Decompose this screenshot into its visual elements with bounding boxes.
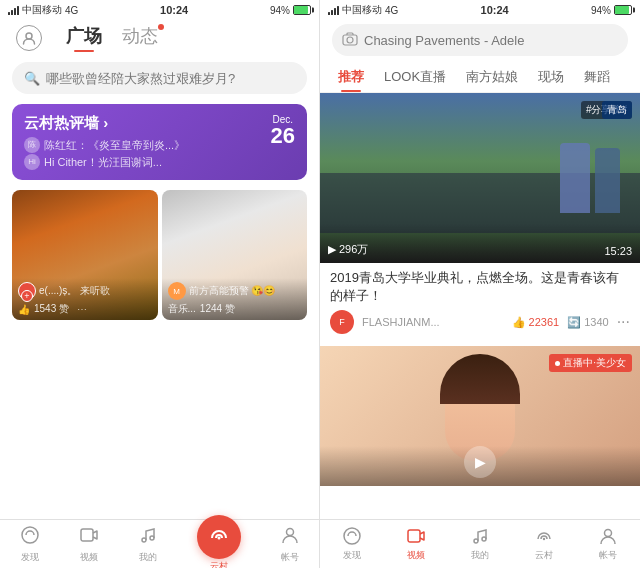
- play-btn[interactable]: ▶: [464, 446, 496, 478]
- cat-tab-look[interactable]: LOOK直播: [374, 62, 456, 92]
- yuncun-icon: [208, 524, 230, 551]
- right-yuncun-icon: [534, 526, 554, 548]
- right-carrier-info: 中国移动 4G: [328, 3, 398, 17]
- right-nav-mine[interactable]: 我的: [470, 526, 490, 562]
- left-search-input[interactable]: [46, 71, 295, 86]
- category-tabs: 推荐 LOOK直播 南方姑娘 现场 舞蹈: [320, 62, 640, 93]
- video-1-title: 2019青岛大学毕业典礼，点燃全场。这是青春该有的样子！: [330, 269, 630, 305]
- left-nav-yuncun[interactable]: 云村: [197, 515, 241, 568]
- right-account-icon: [598, 526, 618, 548]
- left-video-2[interactable]: M 前方高能预警 😘😊 音乐... 1244 赞: [162, 190, 308, 320]
- left-carrier-info: 中国移动 4G: [8, 3, 78, 17]
- feed-video-2[interactable]: 直播中·美少女 ▶: [320, 346, 640, 486]
- like-btn-1[interactable]: 👍 22361: [512, 316, 560, 329]
- comment-avatar-2: Hi: [24, 154, 40, 170]
- svg-point-12: [482, 537, 486, 541]
- right-video-icon: [406, 526, 426, 548]
- play-icon: ▶: [328, 243, 336, 256]
- thumbup-icon: 👍: [512, 316, 526, 329]
- right-search-bar[interactable]: [332, 24, 628, 56]
- yuncun-center-btn[interactable]: [197, 515, 241, 559]
- left-nav-tabs: 广场 动态: [0, 20, 319, 56]
- right-signal-icon: [328, 5, 339, 15]
- profile-icon[interactable]: [16, 25, 42, 51]
- svg-point-8: [347, 37, 353, 43]
- time-display: 10:24: [160, 4, 188, 16]
- battery-icon: [293, 5, 311, 15]
- hot-wall-card[interactable]: 云村热评墙 › Dec. 26 陈 陈红红：《炎至皇帝到炎...》 Hi Hi …: [12, 104, 307, 180]
- battery-percent: 94%: [270, 5, 290, 16]
- svg-point-14: [605, 530, 612, 537]
- comment-row-1: 陈 陈红红：《炎至皇帝到炎...》: [24, 137, 295, 154]
- right-nav-account[interactable]: 帐号: [598, 526, 618, 562]
- share-count-1: 1340: [584, 316, 608, 328]
- right-carrier-name: 中国移动: [342, 3, 382, 17]
- svg-rect-10: [408, 530, 420, 542]
- right-time-display: 10:24: [481, 4, 509, 16]
- signal-icon: [8, 5, 19, 15]
- share-icon: 🔄: [567, 316, 581, 329]
- like-count-1: 22361: [529, 316, 560, 328]
- feed-video-1-thumb: #分享榜# 青岛 ▶ 296万 15:23: [320, 93, 640, 263]
- feed-video-1-info: 2019青岛大学毕业典礼，点燃全场。这是青春该有的样子！ F FLASHJIAN…: [320, 263, 640, 338]
- city-badge: 青岛: [602, 101, 632, 119]
- video-icon: [79, 525, 99, 550]
- account-icon: [280, 525, 300, 550]
- carrier-name: 中国移动: [22, 3, 62, 17]
- cat-tab-xianchang[interactable]: 现场: [528, 62, 574, 92]
- cat-tab-tuijian[interactable]: 推荐: [328, 62, 374, 92]
- right-discover-icon: [342, 526, 362, 548]
- left-search-bar[interactable]: 🔍: [12, 62, 307, 94]
- right-panel: 中国移动 4G 10:24 94% 推荐 LOOK直播: [320, 0, 640, 568]
- left-nav-account[interactable]: 帐号: [280, 525, 300, 564]
- plus-badge: +: [21, 290, 33, 302]
- hot-wall-header: 云村热评墙 › Dec. 26: [24, 114, 295, 133]
- right-music-icon: [470, 526, 490, 548]
- comment-row-2: Hi Hi Cither！光汪国谢词...: [24, 154, 295, 171]
- left-nav-discover[interactable]: 发现: [20, 525, 40, 564]
- right-bottom-nav: 发现 视频 我的: [320, 519, 640, 568]
- left-panel: 中国移动 4G 10:24 94% 广场 动态 🔍: [0, 0, 320, 568]
- share-btn-1[interactable]: 🔄 1340: [567, 316, 608, 329]
- more-btn-1[interactable]: ···: [617, 313, 630, 331]
- right-search-input[interactable]: [364, 33, 618, 48]
- svg-point-13: [543, 538, 545, 540]
- feed-video-2-thumb: 直播中·美少女 ▶: [320, 346, 640, 486]
- video-2-channel: 音乐...: [168, 302, 196, 316]
- right-status-bar: 中国移动 4G 10:24 94%: [320, 0, 640, 20]
- cat-tab-wudao[interactable]: 舞蹈: [574, 62, 620, 92]
- video-1-meta: F FLASHJIANM... 👍 22361 🔄 1340 ···: [330, 310, 630, 334]
- search-icon: 🔍: [24, 71, 40, 86]
- video-1-user-info: e + e(....)ș。 来听歌 👍 1543 赞 ⋯: [12, 278, 158, 320]
- video-1-stats: ▶ 296万: [328, 242, 368, 257]
- tab-guangchang[interactable]: 广场: [66, 24, 102, 52]
- live-badge: 直播中·美少女: [549, 354, 632, 372]
- comment-avatar-1: 陈: [24, 137, 40, 153]
- cat-tab-nanfang[interactable]: 南方姑娘: [456, 62, 528, 92]
- video-feed: #分享榜# 青岛 ▶ 296万 15:23 2019青岛大学毕业典礼，点燃全场。…: [320, 93, 640, 519]
- network-type: 4G: [65, 5, 78, 16]
- right-nav-yuncun[interactable]: 云村: [534, 526, 554, 562]
- video-1-avatar: e +: [18, 282, 36, 300]
- right-network-type: 4G: [385, 5, 398, 16]
- svg-point-4: [150, 536, 154, 540]
- video-2-avatar: M: [168, 282, 186, 300]
- right-nav-video[interactable]: 视频: [406, 526, 426, 562]
- feed-video-1[interactable]: #分享榜# 青岛 ▶ 296万 15:23 2019青岛大学毕业典礼，点燃全场。…: [320, 93, 640, 338]
- svg-point-1: [22, 527, 38, 543]
- left-video-1[interactable]: e + e(....)ș。 来听歌 👍 1543 赞 ⋯: [12, 190, 158, 320]
- channel-1-name: FLASHJIANM...: [362, 316, 504, 328]
- left-bottom-nav: 发现 视频 我的: [0, 519, 319, 568]
- svg-rect-2: [81, 529, 93, 541]
- svg-point-0: [26, 33, 32, 39]
- left-nav-mine[interactable]: 我的: [138, 525, 158, 564]
- left-nav-video[interactable]: 视频: [79, 525, 99, 564]
- hot-wall-title: 云村热评墙 ›: [24, 114, 108, 133]
- hot-wall-arrow: ›: [103, 114, 108, 131]
- right-nav-discover[interactable]: 发现: [342, 526, 362, 562]
- right-battery-percent: 94%: [591, 5, 611, 16]
- channel-1-avatar: F: [330, 310, 354, 334]
- tab-dongtai[interactable]: 动态: [122, 24, 158, 52]
- hot-wall-comments: 陈 陈红红：《炎至皇帝到炎...》 Hi Hi Cither！光汪国谢词...: [24, 137, 295, 170]
- camera-icon: [342, 31, 358, 50]
